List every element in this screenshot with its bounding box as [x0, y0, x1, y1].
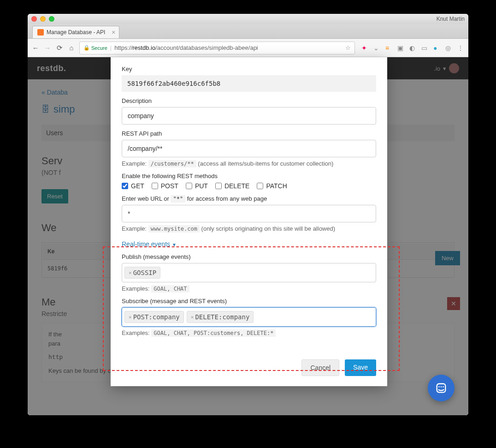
- field-label: Enable the following REST methods: [122, 173, 376, 179]
- mac-titlebar: Knut Martin: [28, 14, 468, 24]
- lock-icon: 🔒: [83, 45, 90, 51]
- extension-icon[interactable]: ▭: [421, 44, 429, 52]
- maximize-icon[interactable]: [49, 16, 54, 22]
- browser-navbar: ← → ⟳ ⌂ 🔒 Secure | https://restdb.io/acc…: [28, 39, 468, 57]
- method-put-checkbox[interactable]: PUT: [186, 182, 208, 190]
- page-viewport: restdb. .io ▾ « Databa 🗄 simp Users Serv…: [28, 57, 468, 415]
- field-label: Key: [122, 66, 376, 72]
- secure-label: Secure: [91, 45, 107, 51]
- url-text: https://restdb.io/account/databases/simp…: [114, 44, 342, 51]
- cors-url-input[interactable]: [122, 205, 376, 222]
- svg-point-2: [441, 386, 442, 387]
- close-icon[interactable]: [31, 16, 37, 22]
- bookmark-star-icon[interactable]: ☆: [345, 44, 351, 51]
- rest-path-input[interactable]: [122, 140, 376, 157]
- favicon-icon: [37, 29, 44, 36]
- extension-icon[interactable]: ●: [433, 44, 441, 52]
- field-label: REST API path: [122, 130, 376, 137]
- field-label: Enter web URL or "*" for access from any…: [122, 195, 376, 202]
- svg-point-1: [438, 386, 439, 387]
- rss-icon[interactable]: ≡: [385, 44, 393, 52]
- highlight-annotation: [103, 246, 400, 371]
- chat-icon: [435, 382, 447, 394]
- api-key-value: 5819f66f2ab460e916c6f5b8: [122, 75, 376, 92]
- svg-point-3: [443, 386, 443, 387]
- tab-close-icon[interactable]: ×: [112, 29, 115, 36]
- extension-icon[interactable]: ✦: [361, 44, 369, 52]
- browser-window: Knut Martin Manage Database - API × ← → …: [28, 14, 468, 415]
- tab-title: Manage Database - API: [47, 29, 105, 36]
- field-label: Description: [122, 97, 376, 104]
- reload-icon[interactable]: ⟳: [55, 44, 64, 52]
- secure-badge: 🔒 Secure: [83, 45, 107, 51]
- cast-icon[interactable]: ▣: [397, 44, 405, 52]
- menu-icon[interactable]: ⋮: [457, 44, 465, 52]
- browser-tabstrip: Manage Database - API ×: [28, 24, 468, 39]
- address-bar[interactable]: 🔒 Secure | https://restdb.io/account/dat…: [79, 42, 355, 54]
- field-help: Example: www.mysite.com (only scripts or…: [122, 225, 376, 232]
- description-input[interactable]: [122, 107, 376, 125]
- field-help: Example: /customers/** (access all items…: [122, 160, 376, 167]
- method-get-checkbox[interactable]: GET: [122, 182, 144, 190]
- pocket-icon[interactable]: ⌄: [373, 44, 381, 52]
- methods-checkboxes: GET POST PUT DELETE PATCH: [122, 182, 376, 190]
- minimize-icon[interactable]: [40, 16, 46, 22]
- back-icon[interactable]: ←: [31, 44, 40, 52]
- chat-widget-button[interactable]: [428, 375, 455, 401]
- extensions-row: ✦ ⌄ ≡ ▣ ◐ ▭ ● ◎ ⋮: [359, 44, 465, 52]
- extension-icon[interactable]: ◐: [409, 44, 417, 52]
- method-delete-checkbox[interactable]: DELETE: [215, 182, 249, 190]
- extension-icon[interactable]: ◎: [445, 44, 453, 52]
- method-patch-checkbox[interactable]: PATCH: [257, 182, 287, 190]
- forward-icon[interactable]: →: [43, 44, 52, 52]
- home-icon[interactable]: ⌂: [67, 44, 76, 52]
- method-post-checkbox[interactable]: POST: [152, 182, 178, 190]
- macos-user-label: Knut Martin: [437, 16, 465, 22]
- browser-tab[interactable]: Manage Database - API ×: [32, 26, 119, 38]
